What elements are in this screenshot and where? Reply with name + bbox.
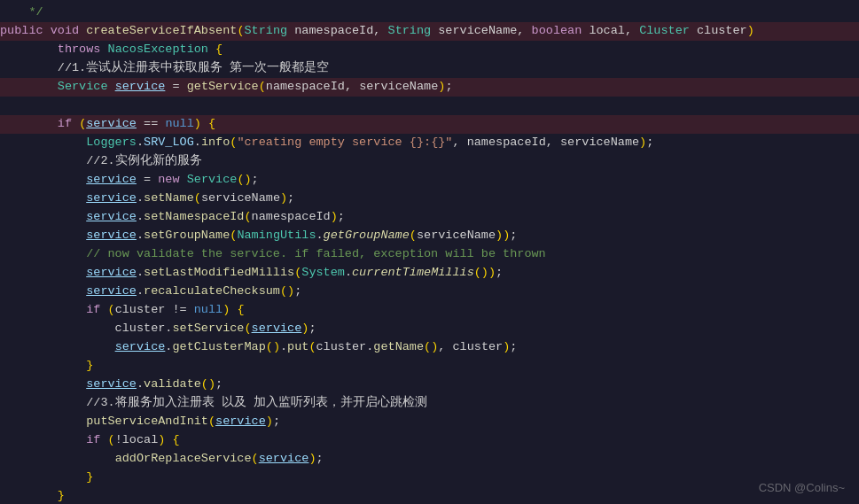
line-5: Service service = getService(namespaceId… (0, 78, 859, 97)
line-7: if (service == null) { (0, 115, 859, 134)
line-14: // now validate the service. if failed, … (0, 245, 859, 264)
line-26: } (0, 469, 859, 487)
line-25: addOrReplaceService(service); (0, 450, 859, 469)
line-19: service.getClusterMap().put(cluster.getN… (0, 338, 859, 357)
line-24: if (!local) { (0, 431, 859, 450)
line-1: */ (0, 4, 859, 22)
line-17: if (cluster != null) { (0, 301, 859, 320)
line-23: putServiceAndInit(service); (0, 413, 859, 431)
line-18: cluster.setService(service); (0, 320, 859, 338)
line-4: //1.尝试从注册表中获取服务 第一次一般都是空 (0, 59, 859, 78)
line-22: //3.将服务加入注册表 以及 加入监听列表，并开启心跳检测 (0, 394, 859, 413)
line-10: service = new Service(); (0, 171, 859, 190)
line-8: Loggers.SRV_LOG.info("creating empty ser… (0, 134, 859, 152)
line-13: service.setGroupName(NamingUtils.getGrou… (0, 227, 859, 245)
code-editor: */ public void createServiceIfAbsent(Str… (0, 0, 859, 504)
line-15: service.setLastModifiedMillis(System.cur… (0, 264, 859, 283)
line-6 (0, 97, 859, 115)
line-21: service.validate(); (0, 376, 859, 394)
line-12: service.setNamespaceId(namespaceId); (0, 208, 859, 227)
line-3: throws NacosException { (0, 41, 859, 59)
line-2: public void createServiceIfAbsent(String… (0, 22, 859, 41)
line-9: //2.实例化新的服务 (0, 152, 859, 171)
line-20: } (0, 357, 859, 376)
line-11: service.setName(serviceName); (0, 190, 859, 208)
line-16: service.recalculateChecksum(); (0, 283, 859, 301)
line-27: } (0, 487, 859, 504)
